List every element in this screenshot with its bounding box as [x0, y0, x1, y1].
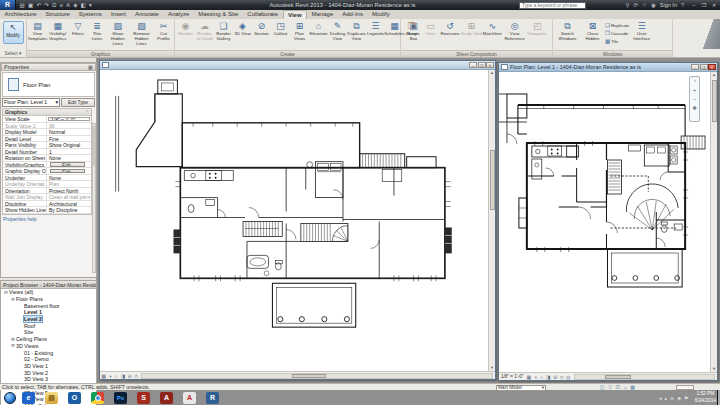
- prop-show-hidden-lines[interactable]: Show Hidden Lines By Discipline: [3, 207, 91, 214]
- crop-view-icon[interactable]: ◨: [545, 374, 552, 380]
- render-in-cloud-button[interactable]: ☁ Render in Cloud: [195, 20, 214, 43]
- crop-region-icon[interactable]: ⊘: [552, 374, 559, 380]
- temporary-hide-isolate-icon[interactable]: ◇: [133, 373, 139, 379]
- scroll-up-icon[interactable]: ▲: [711, 72, 717, 78]
- user-interface-button[interactable]: ☰ User Interface: [629, 20, 654, 43]
- open-icon[interactable]: ▤: [18, 0, 26, 10]
- search-icon[interactable]: ⚲: [623, 0, 631, 10]
- tray-volume-icon[interactable]: ◈: [676, 395, 683, 401]
- tab-collaborate[interactable]: Collaborate: [243, 10, 283, 19]
- scroll-up-icon[interactable]: ▲: [489, 70, 495, 76]
- tree-ceiling-plans[interactable]: ⊞ Ceiling Plans: [1, 336, 96, 343]
- minimize-button[interactable]: ‒: [689, 1, 699, 10]
- close-button[interactable]: ✕: [709, 1, 719, 10]
- right-window-hscrollbar[interactable]: [574, 374, 715, 380]
- filters-button[interactable]: ▽ Filters: [68, 20, 87, 38]
- taskbar-acrobat[interactable]: A: [183, 392, 196, 404]
- tree-3d-views[interactable]: ⊟ 3D Views: [1, 343, 96, 350]
- select-dropdown[interactable]: Select ▾: [0, 50, 26, 57]
- window-button[interactable]: ✕: [486, 62, 494, 69]
- revisions-button[interactable]: ↺ Revisions: [440, 20, 460, 38]
- default-3d-view-icon[interactable]: ◧: [79, 0, 87, 10]
- visibility-graphics-button[interactable]: ▦ Visibility/ Graphics: [47, 20, 68, 43]
- taskbar-internet-explorer[interactable]: e: [22, 392, 35, 404]
- modify-button[interactable]: ↖ Modify: [3, 21, 24, 44]
- type-selector-dropdown[interactable]: Floor Plan: Level 1 ▾: [2, 98, 60, 107]
- window-button[interactable]: ❐: [478, 62, 486, 69]
- zoom-out-icon[interactable]: −: [693, 95, 696, 104]
- guide-grid-button[interactable]: ⊞ Guide Grid: [460, 20, 482, 38]
- drawing-canvas-level-1[interactable]: ◔+−✥: [499, 72, 710, 372]
- reveal-hidden-icon[interactable]: ◎: [565, 374, 572, 380]
- close-hidden-button[interactable]: ⊠ Close Hidden: [580, 20, 605, 43]
- view-window-right-titlebar[interactable]: Floor Plan: Level 1 - 1404-Diaz-Moran Re…: [499, 63, 717, 72]
- steering-wheel-icon[interactable]: ◔: [693, 77, 696, 86]
- tree-3d-view-1[interactable]: 3D View 1: [1, 363, 96, 370]
- undo-icon[interactable]: ↶: [35, 0, 43, 10]
- tree-level-1[interactable]: Level 1: [1, 309, 96, 316]
- palette-pin-icon[interactable]: ▣: [88, 64, 93, 70]
- view-reference-button[interactable]: ◎ View Reference: [502, 20, 527, 43]
- taskbar-autocad[interactable]: A: [160, 392, 173, 404]
- remove-hidden-lines-button[interactable]: ▧ Remove Hidden Lines: [129, 20, 154, 48]
- visual-style-icon[interactable]: ▦: [100, 373, 107, 379]
- zoom-in-icon[interactable]: +: [693, 86, 696, 95]
- taskbar-windows-explorer[interactable]: ▤: [45, 392, 58, 404]
- tree-site[interactable]: Site: [1, 329, 96, 336]
- drafting-view-button[interactable]: ✎ Drafting View: [328, 20, 347, 43]
- section-button[interactable]: ⊘ Section: [252, 20, 271, 38]
- tag-icon[interactable]: ◈: [72, 0, 79, 10]
- three-d-view-button[interactable]: ◈ 3D View: [233, 20, 252, 38]
- crop-region-icon[interactable]: ⊘: [127, 373, 134, 379]
- sun-path-icon[interactable]: ☼: [113, 373, 120, 379]
- redo-icon[interactable]: ↷: [43, 0, 51, 10]
- view-window-left-titlebar[interactable]: ‒❐✕: [100, 61, 495, 70]
- taskbar-clock[interactable]: 1:52 PM 6/24/2014: [695, 391, 716, 404]
- right-window-vscrollbar[interactable]: ▲ ▼: [710, 72, 717, 372]
- sheet-button[interactable]: ❐ Sheet: [402, 20, 421, 38]
- tab-insert[interactable]: Insert: [106, 10, 130, 19]
- view-button[interactable]: ▭ View: [421, 20, 440, 38]
- visual-style-icon[interactable]: ▦: [525, 374, 532, 380]
- render-gallery-button[interactable]: ❏ Render Gallery: [214, 20, 233, 43]
- legends-button[interactable]: ☰ Legends: [366, 20, 385, 38]
- print-icon[interactable]: ⊡: [50, 0, 58, 10]
- matchline-button[interactable]: ∿ Matchline: [482, 20, 502, 38]
- switch-windows-button[interactable]: ⧉ Switch Windows: [555, 20, 580, 43]
- elevation-button[interactable]: ⌂ Elevation: [309, 20, 328, 38]
- tab-systems[interactable]: Systems: [74, 10, 106, 19]
- minimize-button[interactable]: ‒: [691, 64, 699, 71]
- tree-basement-floor[interactable]: Basement floor: [1, 302, 96, 309]
- view-templates-button[interactable]: ▤ View Templates: [28, 20, 47, 43]
- window-button[interactable]: ‒: [469, 62, 477, 69]
- restore-button[interactable]: ❐: [700, 64, 708, 71]
- thin-lines-button[interactable]: ≣ Thin Lines: [87, 20, 106, 43]
- favorites-icon[interactable]: ☆: [640, 0, 649, 10]
- collapse-icon[interactable]: ⌃: [85, 109, 91, 115]
- tree-level-2[interactable]: Level 2: [1, 316, 96, 323]
- application-menu-button[interactable]: R: [0, 0, 16, 10]
- tile-button[interactable]: ▦ Tile: [605, 37, 629, 45]
- tab-analyze[interactable]: Analyze: [163, 10, 193, 19]
- tree-floor-plans[interactable]: ⊟ Floor Plans: [1, 296, 96, 303]
- type-selector-preview[interactable]: Floor Plan: [2, 72, 95, 97]
- tab-massing-site[interactable]: Massing & Site: [194, 10, 243, 19]
- left-window-vscrollbar[interactable]: ▲ ▼: [488, 70, 495, 371]
- replicate-button[interactable]: ❏ Replicate: [605, 21, 629, 29]
- crop-view-icon[interactable]: ◨: [119, 373, 126, 379]
- tab-annotate[interactable]: Annotate: [130, 10, 163, 19]
- cascade-button[interactable]: ❐ Cascade: [605, 29, 629, 37]
- tab-structure[interactable]: Structure: [41, 10, 74, 19]
- left-window-hscrollbar[interactable]: [141, 373, 493, 379]
- tab-add-ins[interactable]: Add-Ins: [338, 10, 368, 19]
- tab-architecture[interactable]: Architecture: [0, 10, 41, 19]
- taskbar-outlook[interactable]: O: [68, 392, 81, 404]
- section-graphics[interactable]: Graphics: [5, 109, 28, 115]
- user-icon[interactable]: ◉: [649, 0, 658, 10]
- tree-roof[interactable]: Roof: [1, 322, 96, 329]
- properties-help-link[interactable]: Properties help: [1, 215, 96, 223]
- callout-button[interactable]: ◳ Callout: [271, 20, 290, 38]
- restore-button[interactable]: ❐: [699, 1, 709, 10]
- plan-views-button[interactable]: ⊞ Plan Views: [290, 20, 309, 43]
- cut-profile-button[interactable]: ✂ Cut Profile: [154, 20, 173, 43]
